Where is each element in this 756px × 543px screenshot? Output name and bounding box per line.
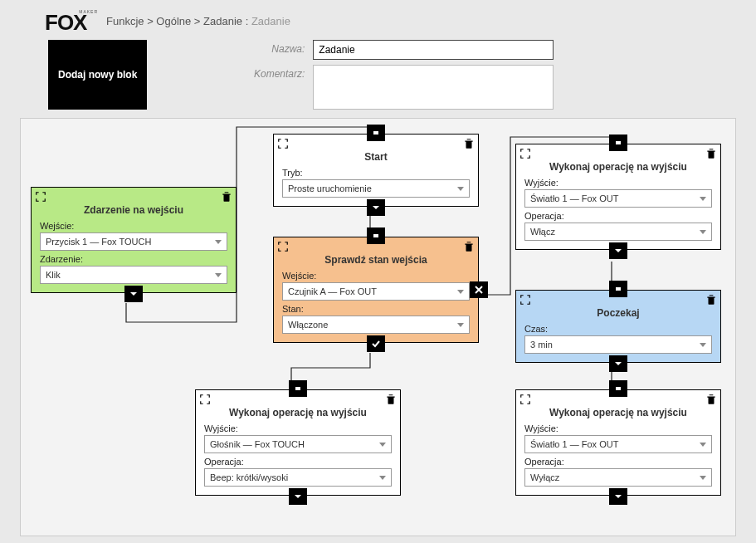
block-check-input[interactable]: Sprawdź stan wejścia Wejście: Czujnik A … <box>273 237 479 343</box>
block-title: Sprawdź stan wejścia <box>282 254 470 266</box>
delete-icon[interactable] <box>385 394 397 405</box>
output-select[interactable]: Światło 1 — Fox OUT <box>524 189 712 208</box>
event-select[interactable]: Klik <box>40 266 227 284</box>
block-op-speaker[interactable]: Wykonaj operację na wyjściu Wyjście: Gło… <box>195 389 401 496</box>
block-op-light-off[interactable]: Wykonaj operację na wyjściu Wyjście: Świ… <box>515 389 721 496</box>
delete-icon[interactable] <box>705 394 717 405</box>
input-select[interactable]: Czujnik A — Fox OUT <box>282 282 470 301</box>
expand-icon[interactable] <box>277 241 289 252</box>
field-label: Stan: <box>282 304 470 314</box>
breadcrumb-prefix: Funkcje > Ogólne > Zadanie : <box>106 15 251 27</box>
operation-select[interactable]: Wyłącz <box>524 468 712 487</box>
block-wait[interactable]: Poczekaj Czas: 3 min <box>515 290 721 363</box>
chevron-down-icon <box>215 240 222 244</box>
delete-icon[interactable] <box>221 191 232 203</box>
port-out[interactable] <box>124 286 143 302</box>
port-in[interactable] <box>289 380 307 397</box>
port-in[interactable] <box>609 135 627 151</box>
block-title: Zdarzenie na wejściu <box>40 204 227 216</box>
svg-rect-2 <box>295 387 300 390</box>
operation-select[interactable]: Beep: krótki/wysoki <box>204 468 392 487</box>
block-title: Start <box>282 151 470 163</box>
field-label: Operacja: <box>204 457 392 467</box>
expand-icon[interactable] <box>519 294 531 306</box>
breadcrumb-current: Zadanie <box>251 15 290 27</box>
operation-select[interactable]: Włącz <box>524 223 712 241</box>
block-title: Wykonaj operację na wyjściu <box>204 407 392 418</box>
delete-icon[interactable] <box>463 138 475 149</box>
field-label: Czas: <box>524 324 712 334</box>
chevron-down-icon <box>379 443 386 447</box>
chevron-down-icon <box>700 443 706 447</box>
comment-input[interactable] <box>313 65 554 110</box>
add-block-button[interactable]: Dodaj nowy blok <box>48 40 147 110</box>
field-label: Wyjście: <box>204 423 392 433</box>
port-out[interactable] <box>609 488 627 505</box>
select-value: Światło 1 — Fox OUT <box>530 193 618 203</box>
port-out[interactable] <box>609 242 627 259</box>
delete-icon[interactable] <box>463 241 475 252</box>
port-in[interactable] <box>609 281 627 297</box>
select-value: Wyłącz <box>530 472 559 482</box>
name-input[interactable] <box>313 40 554 60</box>
logo-tag: MAKER <box>79 9 98 14</box>
breadcrumb: Funkcje > Ogólne > Zadanie : Zadanie <box>106 15 290 27</box>
select-value: Głośnik — Fox TOUCH <box>210 439 305 449</box>
select-value: Beep: krótki/wysoki <box>210 472 288 482</box>
port-out[interactable] <box>609 355 627 372</box>
port-in[interactable] <box>609 380 627 397</box>
chevron-down-icon <box>457 290 464 294</box>
expand-icon[interactable] <box>199 394 211 405</box>
expand-icon[interactable] <box>35 191 46 203</box>
mode-select[interactable]: Proste uruchomienie <box>282 179 470 198</box>
field-label: Wejście: <box>282 271 470 281</box>
task-form: Nazwa: Komentarz: <box>246 40 554 110</box>
field-label: Wyjście: <box>524 423 712 433</box>
block-title: Poczekaj <box>524 307 712 319</box>
block-title: Wykonaj operację na wyjściu <box>524 407 712 418</box>
chevron-down-icon <box>457 323 464 327</box>
select-value: Klik <box>46 270 61 280</box>
select-value: Światło 1 — Fox OUT <box>530 439 618 449</box>
select-value: 3 min <box>530 340 553 350</box>
svg-rect-5 <box>616 387 621 390</box>
chevron-down-icon <box>457 187 464 191</box>
toolbar: Dodaj nowy blok Nazwa: Komentarz: <box>0 40 756 110</box>
select-value: Proste uruchomienie <box>288 183 372 193</box>
select-value: Przycisk 1 — Fox TOUCH <box>46 237 151 247</box>
app-logo: MAKER FOX <box>45 10 93 32</box>
field-label: Tryb: <box>282 168 470 178</box>
header-bar: MAKER FOX Funkcje > Ogólne > Zadanie : Z… <box>0 0 756 40</box>
expand-icon[interactable] <box>519 394 531 405</box>
output-select[interactable]: Głośnik — Fox TOUCH <box>204 435 392 453</box>
svg-rect-4 <box>616 287 621 291</box>
delete-icon[interactable] <box>705 148 717 159</box>
chevron-down-icon <box>700 343 706 347</box>
port-in[interactable] <box>367 125 385 141</box>
block-event-input[interactable]: Zdarzenie na wejściu Wejście: Przycisk 1… <box>31 187 237 293</box>
block-op-light-on[interactable]: Wykonaj operację na wyjściu Wyjście: Świ… <box>515 144 721 250</box>
field-label: Operacja: <box>524 211 712 221</box>
chevron-down-icon <box>700 197 706 201</box>
port-in[interactable] <box>367 227 385 244</box>
delete-icon[interactable] <box>705 294 717 306</box>
flow-canvas[interactable]: Zdarzenie na wejściu Wejście: Przycisk 1… <box>20 118 736 536</box>
select-value: Czujnik A — Fox OUT <box>288 286 377 296</box>
field-label: Zdarzenie: <box>40 254 227 264</box>
expand-icon[interactable] <box>277 138 289 149</box>
block-title: Wykonaj operację na wyjściu <box>524 161 712 173</box>
svg-rect-3 <box>616 141 621 144</box>
port-out[interactable] <box>367 199 385 216</box>
port-out[interactable] <box>289 488 307 505</box>
state-select[interactable]: Włączone <box>282 316 470 334</box>
select-value: Włączone <box>288 320 328 330</box>
port-true[interactable] <box>367 335 385 352</box>
block-start[interactable]: Start Tryb: Proste uruchomienie <box>273 134 479 207</box>
input-select[interactable]: Przycisk 1 — Fox TOUCH <box>40 232 227 251</box>
output-select[interactable]: Światło 1 — Fox OUT <box>524 435 712 453</box>
field-label: Operacja: <box>524 457 712 467</box>
expand-icon[interactable] <box>519 148 531 159</box>
chevron-down-icon <box>700 476 706 480</box>
time-select[interactable]: 3 min <box>524 335 712 354</box>
port-false[interactable] <box>470 281 488 298</box>
